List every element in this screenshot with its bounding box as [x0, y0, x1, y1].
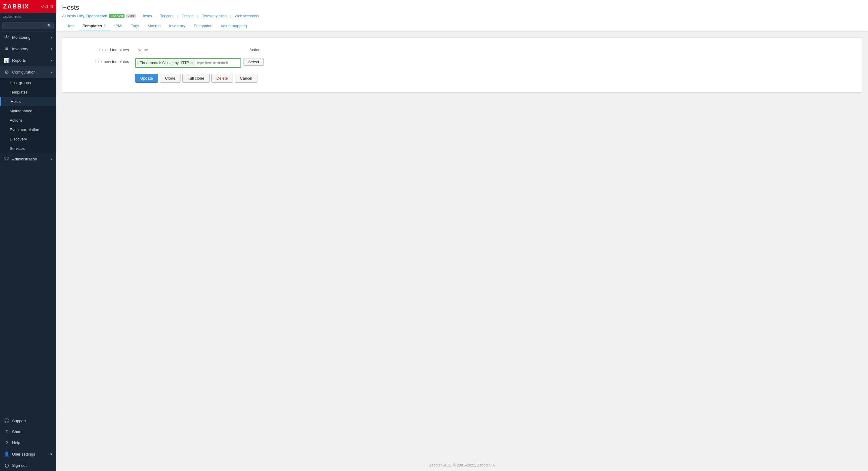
tab-ipmi[interactable]: IPMI [110, 21, 127, 31]
enabled-badge: Enabled [109, 14, 124, 18]
administration-icon: 🛡 [4, 156, 10, 162]
sidebar: ZABBIX ◁◁ ⊡ zabbix-redis 🔍 👁 Monitoring … [0, 0, 56, 471]
footer: Zabbix 5.4.12. © 2001–2022, Zabbix SIA [56, 460, 868, 471]
link-new-templates-row: Link new templates Elasticsearch Cluster… [62, 56, 862, 70]
nav-section: 👁 Monitoring ▾ ≡ Inventory ▾ 📊 Reports ▾… [0, 32, 56, 165]
linked-templates-table: Name Action [135, 46, 362, 53]
sidebar-item-event-correlation[interactable]: Event correlation [0, 125, 56, 134]
link-new-templates-label: Link new templates [68, 58, 129, 64]
sidebar-bottom: 🎧 Support Z Share ? Help 👤 User settings… [0, 415, 56, 471]
support-label: Support [12, 418, 26, 423]
top-tab-graphs[interactable]: Graphs [181, 14, 193, 18]
sidebar-item-actions[interactable]: Actions › [0, 115, 56, 125]
tab-macros[interactable]: Macros [144, 21, 165, 31]
monitoring-icon: 👁 [4, 34, 10, 40]
sidebar-item-templates[interactable]: Templates [0, 88, 56, 97]
sidebar-user: zabbix-redis [0, 13, 56, 20]
sidebar-header-icons: ◁◁ ⊡ [41, 4, 53, 9]
logo-text: ZABBIX [3, 3, 29, 10]
sidebar-item-hosts[interactable]: Hosts [0, 97, 56, 106]
sidebar-item-inventory[interactable]: ≡ Inventory ▾ [0, 43, 56, 55]
support-icon: 🎧 [4, 418, 10, 424]
reports-icon: 📊 [4, 58, 10, 63]
sidebar-item-maintenance[interactable]: Maintenance [0, 106, 56, 115]
sidebar-item-administration[interactable]: 🛡 Administration ▾ [0, 153, 56, 165]
top-tab-triggers[interactable]: Triggers [160, 14, 174, 18]
configuration-label: Configuration [12, 70, 49, 74]
sidebar-item-host-groups[interactable]: Host groups [0, 78, 56, 88]
signout-icon: ⏻ [4, 463, 10, 468]
help-item[interactable]: ? Help [0, 437, 56, 448]
sign-out-item[interactable]: ⏻ Sign out [0, 460, 56, 471]
logo[interactable]: ZABBIX [3, 2, 29, 10]
tab-templates[interactable]: Templates 1 [79, 21, 110, 31]
link-new-container: Elasticsearch Cluster by HTTP ✕ Select [135, 58, 362, 68]
remove-template-tag-button[interactable]: ✕ [190, 61, 193, 65]
reports-arrow: ▾ [51, 59, 52, 62]
top-tab-web-scenarios[interactable]: Web scenarios [235, 14, 259, 18]
user-icon: 👤 [4, 451, 10, 457]
breadcrumb-current: My_Opensearch [79, 14, 107, 18]
support-item[interactable]: 🎧 Support [0, 415, 56, 427]
help-icon: ? [4, 440, 10, 445]
full-clone-button[interactable]: Full clone [182, 74, 210, 82]
zbx-badge: ZBX [126, 14, 136, 18]
form-panel: Linked templates Name Action Link new te… [62, 37, 862, 93]
sidebar-item-services[interactable]: Services [0, 144, 56, 153]
template-tag: Elasticsearch Cluster by HTTP ✕ [137, 60, 195, 66]
actions-arrow: › [52, 119, 52, 122]
footer-text: Zabbix 5.4.12. © 2001–2022, Zabbix SIA [429, 463, 495, 467]
name-column-header: Name [135, 46, 247, 53]
page-header: Hosts All hosts / My_Opensearch Enabled … [56, 0, 868, 32]
top-tab-discovery-rules[interactable]: Discovery rules [202, 14, 226, 18]
collapse-sidebar-button[interactable]: ◁◁ [41, 4, 48, 9]
templates-count: 1 [104, 24, 106, 28]
breadcrumb-sep1: / [77, 14, 78, 18]
update-button[interactable]: Update [135, 74, 158, 82]
linked-templates-row: Linked templates Name Action [62, 44, 862, 56]
content-area: Linked templates Name Action Link new te… [56, 32, 868, 460]
monitoring-arrow: ▾ [51, 36, 52, 39]
template-search-input[interactable] [196, 60, 239, 66]
tab-encryption[interactable]: Encryption [190, 21, 217, 31]
sidebar-item-discovery[interactable]: Discovery [0, 134, 56, 144]
search-input[interactable] [2, 22, 54, 29]
clone-button[interactable]: Clone [160, 74, 181, 82]
link-new-templates-field: Elasticsearch Cluster by HTTP ✕ Select [135, 58, 856, 68]
select-button[interactable]: Select [244, 58, 264, 66]
tab-value-mapping[interactable]: Value mapping [217, 21, 251, 31]
kiosk-mode-button[interactable]: ⊡ [50, 4, 53, 9]
user-settings-label: User settings [12, 452, 35, 457]
tab-tags[interactable]: Tags [127, 21, 143, 31]
cancel-button[interactable]: Cancel [235, 74, 257, 82]
user-settings-arrow: ▾ [50, 452, 52, 457]
template-input-box[interactable]: Elasticsearch Cluster by HTTP ✕ [135, 58, 241, 68]
breadcrumb-all-hosts[interactable]: All hosts [62, 14, 76, 18]
delete-button[interactable]: Delete [211, 74, 233, 82]
sidebar-search-container: 🔍 [0, 20, 56, 32]
tab-inventory[interactable]: Inventory [165, 21, 189, 31]
action-column-header: Action [247, 46, 362, 53]
linked-templates-field: Name Action [135, 46, 856, 53]
sidebar-item-monitoring[interactable]: 👁 Monitoring ▾ [0, 32, 56, 43]
linked-templates-label: Linked templates [68, 46, 129, 52]
top-tab-items[interactable]: Items [143, 14, 152, 18]
breadcrumb: All hosts / My_Opensearch Enabled ZBX It… [62, 14, 862, 18]
tab-host[interactable]: Host [62, 21, 79, 31]
form-tabs: Host Templates 1 IPMI Tags Macros Invent… [62, 21, 862, 31]
administration-arrow: ▾ [51, 158, 52, 161]
administration-label: Administration [12, 157, 49, 161]
sidebar-item-reports[interactable]: 📊 Reports ▾ [0, 55, 56, 66]
action-buttons: Update Clone Full clone Delete Cancel [129, 70, 862, 86]
inventory-label: Inventory [12, 46, 49, 51]
template-tag-label: Elasticsearch Cluster by HTTP [140, 61, 189, 65]
user-settings-item[interactable]: 👤 User settings ▾ [0, 448, 56, 460]
sidebar-header: ZABBIX ◁◁ ⊡ [0, 0, 56, 13]
share-item[interactable]: Z Share [0, 427, 56, 437]
sidebar-item-configuration[interactable]: ⚙ Configuration ▴ [0, 66, 56, 78]
inventory-arrow: ▾ [51, 47, 52, 51]
configuration-submenu: Host groups Templates Hosts Maintenance … [0, 78, 56, 153]
monitoring-label: Monitoring [12, 35, 49, 40]
main-content: Hosts All hosts / My_Opensearch Enabled … [56, 0, 868, 471]
share-icon: Z [4, 430, 10, 434]
